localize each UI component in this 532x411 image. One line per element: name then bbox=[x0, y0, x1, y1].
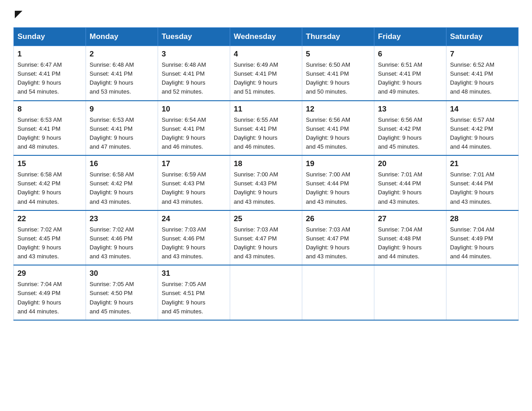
day-info: Sunrise: 6:49 AMSunset: 4:41 PMDaylight:… bbox=[234, 60, 298, 97]
day-number: 12 bbox=[306, 105, 370, 114]
calendar-day-cell: 31 Sunrise: 7:05 AMSunset: 4:51 PMDaylig… bbox=[158, 265, 230, 320]
day-info: Sunrise: 6:55 AMSunset: 4:41 PMDaylight:… bbox=[234, 116, 298, 152]
calendar-day-cell: 9 Sunrise: 6:53 AMSunset: 4:41 PMDayligh… bbox=[86, 101, 158, 156]
calendar-day-cell: 19 Sunrise: 7:00 AMSunset: 4:44 PMDaylig… bbox=[302, 155, 374, 210]
day-number: 6 bbox=[378, 50, 442, 59]
day-info: Sunrise: 7:01 AMSunset: 4:44 PMDaylight:… bbox=[378, 170, 442, 206]
calendar-week-row: 22 Sunrise: 7:02 AMSunset: 4:45 PMDaylig… bbox=[14, 210, 519, 265]
day-info: Sunrise: 6:58 AMSunset: 4:42 PMDaylight:… bbox=[90, 170, 154, 206]
day-number: 31 bbox=[162, 269, 226, 278]
calendar-day-cell: 10 Sunrise: 6:54 AMSunset: 4:41 PMDaylig… bbox=[158, 101, 230, 156]
day-number: 19 bbox=[306, 159, 370, 168]
day-info: Sunrise: 6:52 AMSunset: 4:41 PMDaylight:… bbox=[450, 60, 515, 97]
calendar-day-cell: 23 Sunrise: 7:02 AMSunset: 4:46 PMDaylig… bbox=[86, 210, 158, 265]
day-info: Sunrise: 7:02 AMSunset: 4:45 PMDaylight:… bbox=[17, 225, 82, 261]
day-number: 23 bbox=[90, 214, 154, 223]
calendar-day-cell: 4 Sunrise: 6:49 AMSunset: 4:41 PMDayligh… bbox=[230, 46, 302, 101]
day-number: 28 bbox=[450, 214, 515, 223]
day-info: Sunrise: 6:58 AMSunset: 4:42 PMDaylight:… bbox=[17, 170, 82, 206]
day-info: Sunrise: 6:54 AMSunset: 4:41 PMDaylight:… bbox=[162, 116, 226, 152]
calendar-day-cell: 5 Sunrise: 6:50 AMSunset: 4:41 PMDayligh… bbox=[302, 46, 374, 101]
day-number: 25 bbox=[234, 214, 298, 223]
weekday-header-wednesday: Wednesday bbox=[230, 28, 302, 46]
day-info: Sunrise: 6:50 AMSunset: 4:41 PMDaylight:… bbox=[306, 60, 370, 97]
calendar-day-cell: 15 Sunrise: 6:58 AMSunset: 4:42 PMDaylig… bbox=[14, 155, 86, 210]
day-number: 22 bbox=[17, 214, 82, 223]
calendar-day-cell: 22 Sunrise: 7:02 AMSunset: 4:45 PMDaylig… bbox=[14, 210, 86, 265]
empty-cell bbox=[446, 265, 519, 320]
calendar-week-row: 8 Sunrise: 6:53 AMSunset: 4:41 PMDayligh… bbox=[14, 101, 519, 156]
day-info: Sunrise: 7:05 AMSunset: 4:51 PMDaylight:… bbox=[162, 280, 226, 316]
day-number: 15 bbox=[17, 159, 82, 168]
weekday-header-monday: Monday bbox=[86, 28, 158, 46]
day-info: Sunrise: 7:04 AMSunset: 4:49 PMDaylight:… bbox=[17, 280, 82, 316]
day-number: 16 bbox=[90, 159, 154, 168]
weekday-header-thursday: Thursday bbox=[302, 28, 374, 46]
weekday-header-saturday: Saturday bbox=[446, 28, 519, 46]
day-number: 8 bbox=[17, 105, 82, 114]
day-number: 11 bbox=[234, 105, 298, 114]
day-number: 13 bbox=[378, 105, 442, 114]
day-info: Sunrise: 7:05 AMSunset: 4:50 PMDaylight:… bbox=[90, 280, 154, 316]
day-number: 17 bbox=[162, 159, 226, 168]
day-info: Sunrise: 6:56 AMSunset: 4:41 PMDaylight:… bbox=[306, 116, 370, 152]
weekday-header-tuesday: Tuesday bbox=[158, 28, 230, 46]
empty-cell bbox=[230, 265, 302, 320]
calendar-day-cell: 28 Sunrise: 7:04 AMSunset: 4:49 PMDaylig… bbox=[446, 210, 519, 265]
day-info: Sunrise: 7:01 AMSunset: 4:44 PMDaylight:… bbox=[450, 170, 515, 206]
empty-cell bbox=[374, 265, 446, 320]
day-number: 3 bbox=[162, 50, 226, 59]
weekday-header-sunday: Sunday bbox=[14, 28, 86, 46]
weekday-header-friday: Friday bbox=[374, 28, 446, 46]
calendar-day-cell: 12 Sunrise: 6:56 AMSunset: 4:41 PMDaylig… bbox=[302, 101, 374, 156]
day-number: 24 bbox=[162, 214, 226, 223]
calendar-day-cell: 25 Sunrise: 7:03 AMSunset: 4:47 PMDaylig… bbox=[230, 210, 302, 265]
day-info: Sunrise: 7:00 AMSunset: 4:44 PMDaylight:… bbox=[306, 170, 370, 206]
day-info: Sunrise: 6:48 AMSunset: 4:41 PMDaylight:… bbox=[90, 60, 154, 97]
day-number: 26 bbox=[306, 214, 370, 223]
calendar-week-row: 1 Sunrise: 6:47 AMSunset: 4:41 PMDayligh… bbox=[14, 46, 519, 101]
day-number: 10 bbox=[162, 105, 226, 114]
calendar-day-cell: 27 Sunrise: 7:04 AMSunset: 4:48 PMDaylig… bbox=[374, 210, 446, 265]
day-number: 18 bbox=[234, 159, 298, 168]
day-info: Sunrise: 7:03 AMSunset: 4:47 PMDaylight:… bbox=[234, 225, 298, 261]
calendar-day-cell: 13 Sunrise: 6:56 AMSunset: 4:42 PMDaylig… bbox=[374, 101, 446, 156]
logo-arrow-icon bbox=[15, 11, 22, 18]
day-number: 2 bbox=[90, 50, 154, 59]
calendar-day-cell: 30 Sunrise: 7:05 AMSunset: 4:50 PMDaylig… bbox=[86, 265, 158, 320]
day-number: 29 bbox=[17, 269, 82, 278]
day-number: 4 bbox=[234, 50, 298, 59]
day-number: 20 bbox=[378, 159, 442, 168]
calendar-day-cell: 3 Sunrise: 6:48 AMSunset: 4:41 PMDayligh… bbox=[158, 46, 230, 101]
day-info: Sunrise: 7:00 AMSunset: 4:43 PMDaylight:… bbox=[234, 170, 298, 206]
day-number: 7 bbox=[450, 50, 515, 59]
calendar-week-row: 29 Sunrise: 7:04 AMSunset: 4:49 PMDaylig… bbox=[14, 265, 519, 320]
day-info: Sunrise: 6:48 AMSunset: 4:41 PMDaylight:… bbox=[162, 60, 226, 97]
calendar-day-cell: 6 Sunrise: 6:51 AMSunset: 4:41 PMDayligh… bbox=[374, 46, 446, 101]
day-info: Sunrise: 7:02 AMSunset: 4:46 PMDaylight:… bbox=[90, 225, 154, 261]
calendar-day-cell: 24 Sunrise: 7:03 AMSunset: 4:46 PMDaylig… bbox=[158, 210, 230, 265]
calendar-day-cell: 11 Sunrise: 6:55 AMSunset: 4:41 PMDaylig… bbox=[230, 101, 302, 156]
calendar-day-cell: 8 Sunrise: 6:53 AMSunset: 4:41 PMDayligh… bbox=[14, 101, 86, 156]
calendar-day-cell: 7 Sunrise: 6:52 AMSunset: 4:41 PMDayligh… bbox=[446, 46, 519, 101]
calendar-week-row: 15 Sunrise: 6:58 AMSunset: 4:42 PMDaylig… bbox=[14, 155, 519, 210]
day-info: Sunrise: 6:56 AMSunset: 4:42 PMDaylight:… bbox=[378, 116, 442, 152]
day-number: 9 bbox=[90, 105, 154, 114]
calendar-table: SundayMondayTuesdayWednesdayThursdayFrid… bbox=[13, 27, 519, 321]
calendar-day-cell: 20 Sunrise: 7:01 AMSunset: 4:44 PMDaylig… bbox=[374, 155, 446, 210]
calendar-header-row: SundayMondayTuesdayWednesdayThursdayFrid… bbox=[14, 28, 519, 46]
calendar-day-cell: 16 Sunrise: 6:58 AMSunset: 4:42 PMDaylig… bbox=[86, 155, 158, 210]
empty-cell bbox=[302, 265, 374, 320]
calendar-day-cell: 18 Sunrise: 7:00 AMSunset: 4:43 PMDaylig… bbox=[230, 155, 302, 210]
calendar-day-cell: 21 Sunrise: 7:01 AMSunset: 4:44 PMDaylig… bbox=[446, 155, 519, 210]
day-info: Sunrise: 6:53 AMSunset: 4:41 PMDaylight:… bbox=[90, 116, 154, 152]
day-number: 21 bbox=[450, 159, 515, 168]
day-number: 14 bbox=[450, 105, 515, 114]
day-number: 5 bbox=[306, 50, 370, 59]
calendar-day-cell: 1 Sunrise: 6:47 AMSunset: 4:41 PMDayligh… bbox=[14, 46, 86, 101]
calendar-day-cell: 17 Sunrise: 6:59 AMSunset: 4:43 PMDaylig… bbox=[158, 155, 230, 210]
calendar-day-cell: 14 Sunrise: 6:57 AMSunset: 4:42 PMDaylig… bbox=[446, 101, 519, 156]
day-number: 27 bbox=[378, 214, 442, 223]
day-number: 30 bbox=[90, 269, 154, 278]
day-info: Sunrise: 7:03 AMSunset: 4:47 PMDaylight:… bbox=[306, 225, 370, 261]
